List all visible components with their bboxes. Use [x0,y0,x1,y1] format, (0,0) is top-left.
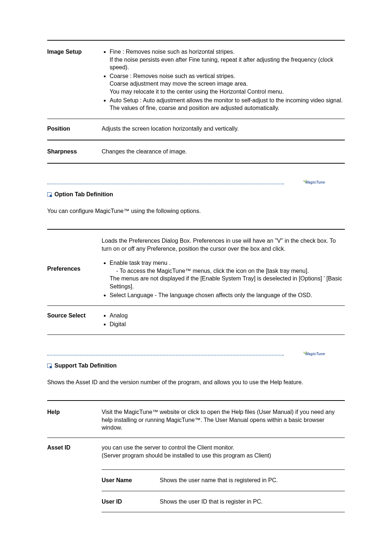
logo-swirl-icon-2: ༄ [303,349,307,358]
row-source-select: Source Select Analog Digital [47,312,345,329]
rule-before-username [102,469,345,470]
body-preferences: Loads the Preferences Dialog Box. Prefer… [102,237,345,300]
row-help: Help Visit the MagicTune™ website or cli… [47,408,345,432]
rule-before-preferences [47,229,345,230]
body-source-select: Analog Digital [102,312,345,329]
rule-after-position [47,140,345,140]
rule-after-image-setup [47,119,345,119]
term-asset-id: Asset ID [47,444,102,451]
row-preferences: Preferences Loads the Preferences Dialog… [47,237,345,300]
divider-support: ༄ MagicTune [47,349,345,358]
rule-after-preferences [47,305,345,306]
enable-tray-line1: - To access the MagicTune™ menus, click … [110,267,345,275]
dotted-line-1 [47,184,284,184]
rule-after-username [102,491,345,491]
body-help: Visit the MagicTune™ website or click to… [102,408,345,432]
image-setup-auto: Auto Setup : Auto adjustment allows the … [110,97,345,112]
row-sharpness: Sharpness Changes the clearance of image… [47,148,345,156]
heading-option-tab: Option Tab Definition [47,191,345,198]
top-rule [47,40,345,41]
magictune-logo-2: ༄ MagicTune [301,349,345,358]
term-help: Help [47,408,102,415]
magictune-logo-1: ༄ MagicTune [301,178,345,187]
source-digital: Digital [110,320,345,328]
asset-id-lead: you can use the server to control the Cl… [102,444,345,459]
term-preferences: Preferences [47,265,102,272]
preferences-lead: Loads the Preferences Dialog Box. Prefer… [102,237,345,253]
support-intro: Shows the Asset ID and the version numbe… [47,379,345,386]
rule-after-source-select [47,335,345,335]
heading-support-text: Support Tab Definition [54,362,117,369]
preferences-enable-tray: Enable task tray menu . - To access the … [110,259,345,290]
body-user-name: Shows the user name that is registered i… [160,476,345,484]
row-user-id: User ID Shows the user ID that is regist… [102,498,345,506]
enable-tray-title: Enable task tray menu . [110,260,171,266]
body-position: Adjusts the screen location horizontally… [102,125,345,133]
image-setup-list: Fine : Removes noise such as horizontal … [102,48,345,112]
logo-swirl-icon: ༄ [303,178,307,186]
document-page: Image Setup Fine : Removes noise such as… [0,0,392,543]
rule-before-help [47,400,345,401]
rule-after-help [47,438,345,438]
logo-text-1: MagicTune [306,180,325,184]
divider-option: ༄ MagicTune [47,178,345,187]
dotted-line-2 [47,355,284,356]
row-user-name: User Name Shows the user name that is re… [102,476,345,484]
row-image-setup: Image Setup Fine : Removes noise such as… [47,48,345,113]
rule-after-sharpness [47,163,345,164]
term-image-setup: Image Setup [47,48,102,55]
option-intro: You can configure MagicTune™ using the f… [47,208,345,214]
source-analog: Analog [110,312,345,320]
row-asset-id: Asset ID you can use the server to contr… [47,444,345,517]
preferences-list: Enable task tray menu . - To access the … [102,259,345,299]
preferences-select-language: Select Language - The language chosen af… [110,291,345,299]
term-user-name: User Name [102,476,160,484]
term-user-id: User ID [102,498,160,506]
row-position: Position Adjusts the screen location hor… [47,125,345,133]
term-source-select: Source Select [47,312,102,319]
image-setup-fine: Fine : Removes noise such as horizontal … [110,48,345,71]
image-setup-coarse: Coarse : Removes noise such as vertical … [110,72,345,96]
term-sharpness: Sharpness [47,148,102,155]
body-image-setup: Fine : Removes noise such as horizontal … [102,48,345,113]
heading-support-tab: Support Tab Definition [47,362,345,369]
heading-bullet-icon-2 [47,364,52,368]
enable-tray-line2: The menus are not displayed if the [Enab… [110,275,345,290]
source-select-list: Analog Digital [102,312,345,328]
term-position: Position [47,125,102,132]
heading-bullet-icon [47,192,52,197]
body-user-id: Shows the user ID that is register in PC… [160,498,345,506]
body-sharpness: Changes the clearance of image. [102,148,345,156]
logo-text-2: MagicTune [306,352,325,356]
heading-option-text: Option Tab Definition [54,191,113,198]
body-asset-id: you can use the server to control the Cl… [102,444,345,517]
rule-after-userid [102,512,345,512]
